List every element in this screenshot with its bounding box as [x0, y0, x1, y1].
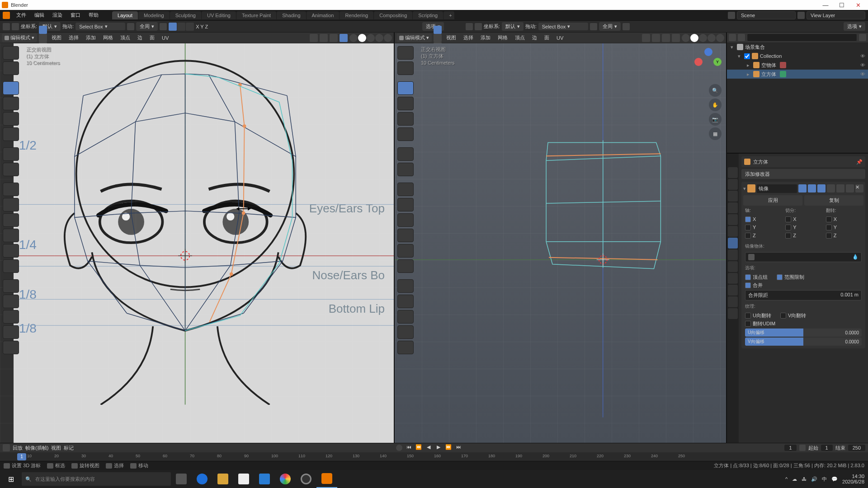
tex-udim[interactable] [745, 321, 751, 327]
autokey-icon[interactable] [396, 445, 402, 451]
vh-uv[interactable]: UV [159, 35, 171, 41]
ptab-object[interactable] [728, 226, 738, 237]
gizmo-z[interactable] [704, 48, 712, 56]
tool-scale[interactable] [3, 112, 19, 126]
select-mode-dropdown-r[interactable]: Select Box▾ [538, 23, 588, 30]
eyedropper-icon[interactable]: 💧 [852, 254, 859, 260]
overlay-icon[interactable] [330, 34, 338, 42]
tl-playback[interactable]: 回放 [13, 445, 23, 451]
ime-icon[interactable]: 中 [822, 476, 827, 483]
tab-rendering[interactable]: Rendering [340, 11, 373, 19]
snap-toggle-icon-r[interactable] [590, 23, 597, 30]
tool-knife-r[interactable] [397, 244, 414, 258]
tl-marker[interactable]: 标记 [64, 445, 74, 451]
tool-measure-r[interactable] [397, 163, 414, 176]
bisect-x[interactable] [785, 216, 791, 222]
outliner-search[interactable] [747, 33, 857, 42]
tool-select-box[interactable] [3, 46, 19, 60]
blender-icon[interactable] [3, 12, 10, 19]
tab-modeling[interactable]: Modeling [138, 11, 170, 19]
menu-help[interactable]: 帮助 [85, 12, 102, 19]
apply-button[interactable]: 应用 [743, 195, 802, 206]
vh-face[interactable]: 面 [147, 34, 157, 41]
cursor-tool-icon-r[interactable] [475, 23, 482, 30]
tool-loopcut[interactable] [3, 229, 19, 242]
tab-texture[interactable]: Texture Paint [236, 11, 276, 19]
tool-inset-r[interactable] [397, 198, 414, 211]
ptab-render[interactable] [728, 167, 738, 178]
outliner-collection[interactable]: ▾ Collection 👁 [727, 52, 868, 61]
tool-extrude[interactable] [3, 183, 19, 196]
ptab-world[interactable] [728, 214, 738, 225]
window-minimize[interactable]: — [817, 2, 834, 9]
overlay-icon-r[interactable] [662, 34, 670, 42]
vh-edge[interactable]: 边 [135, 34, 145, 41]
xray-icon-r[interactable] [672, 34, 680, 42]
window-close[interactable]: ✕ [850, 2, 866, 9]
visibility-icon-r[interactable] [642, 34, 650, 42]
tool-scale-r[interactable] [397, 112, 414, 126]
tool-edgeslide-r[interactable] [397, 310, 414, 324]
add-modifier-dropdown[interactable]: 添加修改器 [741, 169, 865, 179]
tex-vflip[interactable] [780, 313, 786, 319]
tab-layout[interactable]: Layout [112, 11, 138, 19]
tool-move[interactable] [3, 81, 19, 95]
viewport-side-body[interactable]: 正交右视图 (1) 立方体 10 Centimeters [395, 43, 726, 443]
snap-toggle-icon[interactable] [127, 23, 134, 30]
onedrive-icon[interactable]: ☁ [792, 476, 797, 482]
vh-select[interactable]: 选择 [66, 34, 81, 41]
mod-move-up[interactable] [836, 184, 844, 192]
mod-show-viewport[interactable] [808, 184, 816, 192]
tool-rotate-r[interactable] [397, 97, 414, 110]
current-frame[interactable]: 1 [784, 445, 796, 451]
tool-polybuild-r[interactable] [397, 259, 414, 273]
outliner-filter-icon[interactable] [859, 34, 866, 41]
obs-icon[interactable] [296, 470, 316, 488]
menu-window[interactable]: 窗口 [67, 12, 84, 19]
mode-dropdown[interactable]: 编辑模式▾ [2, 33, 37, 42]
tray-up-icon[interactable]: ^ [785, 476, 788, 482]
ptab-mesh[interactable] [728, 285, 738, 296]
menu-file[interactable]: 文件 [13, 12, 30, 19]
mod-show-render[interactable] [798, 184, 807, 192]
opt-merge[interactable] [745, 282, 751, 288]
mod-move-down[interactable] [846, 184, 854, 192]
playhead[interactable]: 1 [17, 453, 26, 460]
tool-inset[interactable] [3, 198, 19, 211]
blender-task-icon[interactable] [316, 470, 337, 488]
menu-render[interactable]: 渲染 [49, 12, 66, 19]
tl-view[interactable]: 视图 [51, 445, 61, 451]
jump-end-icon[interactable]: ⏭ [455, 444, 462, 451]
tool-cursor-r[interactable] [397, 61, 414, 75]
nav-zoom-icon[interactable]: 🔍 [709, 84, 722, 97]
axis-y[interactable] [745, 225, 751, 230]
tool-rotate[interactable] [3, 97, 19, 110]
start-button[interactable]: ⊞ [0, 470, 22, 488]
tool-cursor[interactable] [3, 61, 19, 75]
explorer-icon[interactable] [212, 470, 233, 488]
tab-add-workspace[interactable]: + [443, 11, 454, 19]
axis-z[interactable] [745, 233, 751, 239]
network-icon[interactable]: 🖧 [802, 476, 807, 482]
mode-dropdown-r[interactable]: 编辑模式▾ [396, 33, 432, 42]
ptab-particles[interactable] [728, 249, 738, 260]
ptab-constraints[interactable] [728, 273, 738, 284]
proportional-icon-r[interactable] [623, 23, 630, 30]
volume-icon[interactable]: 🔊 [811, 476, 817, 482]
flip-x[interactable] [826, 216, 832, 222]
opt-vgroup[interactable] [745, 274, 751, 280]
tool-select-box-r[interactable] [397, 46, 414, 60]
end-frame[interactable]: 250 [848, 445, 865, 451]
xray-icon[interactable] [340, 34, 348, 42]
pin-icon[interactable]: 📌 [856, 159, 863, 165]
vh-view[interactable]: 视图 [49, 34, 64, 41]
nav-ortho-icon[interactable]: ▦ [709, 127, 722, 140]
clock[interactable]: 14:30 2020/6/28 [842, 474, 864, 484]
chrome-icon[interactable] [275, 470, 296, 488]
outliner-cube[interactable]: ▸ 立方体 👁 [727, 70, 868, 79]
taskbar-search[interactable]: 🔍 在这里输入你要搜索的内容 [22, 472, 171, 486]
jump-start-icon[interactable]: ⏮ [405, 444, 412, 451]
snap-dropdown[interactable]: 全周▾ [136, 22, 158, 31]
tool-annotate-r[interactable] [397, 147, 414, 161]
tool-rip[interactable] [3, 341, 19, 354]
